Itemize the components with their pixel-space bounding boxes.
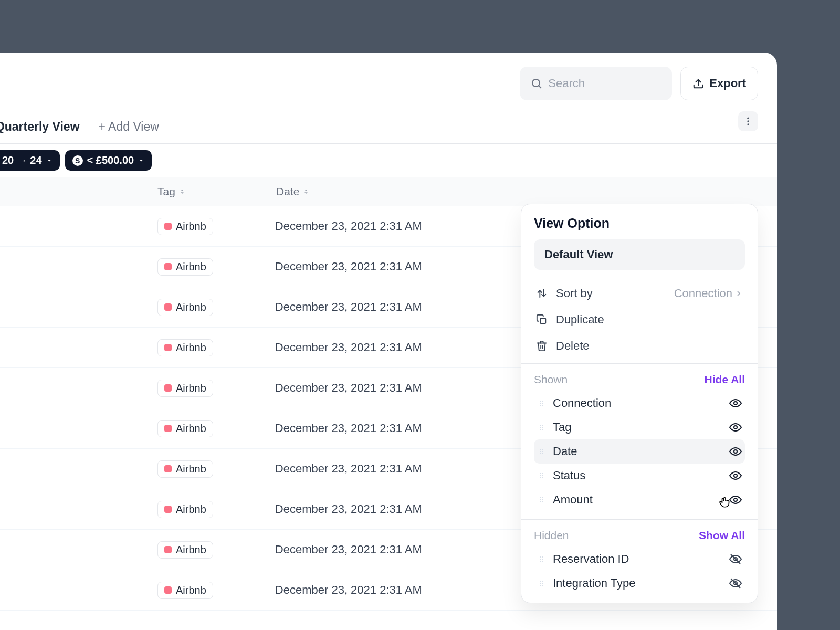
filter-date-pill[interactable]: 20 → 24 — [0, 150, 60, 171]
filter-amount-pill[interactable]: S < £500.00 — [65, 150, 152, 171]
svg-point-11 — [542, 403, 543, 404]
tag-text: Airbnb — [176, 463, 206, 475]
grip-icon[interactable] — [537, 496, 545, 504]
tag-chip[interactable]: Airbnb — [158, 501, 213, 518]
svg-point-47 — [540, 561, 541, 562]
shown-field-row[interactable]: Tag — [534, 415, 745, 439]
eye-icon[interactable] — [729, 421, 742, 434]
field-label: Status — [553, 469, 722, 482]
svg-point-6 — [747, 123, 749, 125]
date-cell: December 23, 2021 2:31 AM — [275, 341, 422, 354]
eye-off-icon[interactable] — [729, 553, 742, 565]
date-cell: December 23, 2021 2:31 AM — [275, 543, 422, 556]
sort-icon — [302, 188, 310, 195]
date-cell: December 23, 2021 2:31 AM — [275, 583, 422, 597]
tag-chip[interactable]: Airbnb — [158, 582, 213, 599]
svg-point-40 — [540, 501, 541, 502]
view-option-panel: View Option Default View Sort by Connect… — [521, 204, 758, 603]
tag-chip[interactable]: Airbnb — [158, 380, 213, 397]
svg-point-44 — [542, 556, 543, 558]
tag-text: Airbnb — [176, 220, 206, 233]
tag-color-dot — [164, 465, 172, 472]
tag-color-dot — [164, 506, 172, 513]
svg-point-41 — [542, 501, 543, 502]
grip-icon[interactable] — [537, 423, 545, 432]
duplicate-label: Duplicate — [556, 313, 743, 327]
tag-color-dot — [164, 223, 172, 230]
shown-field-row[interactable]: Date — [534, 439, 745, 464]
tag-text: Airbnb — [176, 544, 206, 556]
more-icon — [743, 116, 753, 127]
add-view-label: + Add View — [99, 120, 159, 134]
svg-point-36 — [540, 497, 541, 498]
header-date[interactable]: Date — [276, 185, 310, 198]
export-icon — [692, 78, 704, 89]
hide-all-button[interactable]: Hide All — [705, 373, 745, 386]
svg-point-23 — [542, 449, 543, 450]
duplicate-item[interactable]: Duplicate — [534, 307, 745, 333]
app-card: Export ew Yearly View Quarterly View + A… — [0, 52, 777, 630]
date-cell: December 23, 2021 2:31 AM — [275, 381, 422, 395]
eye-icon[interactable] — [729, 445, 742, 458]
tag-chip[interactable]: Airbnb — [158, 339, 213, 356]
grip-icon[interactable] — [537, 447, 545, 456]
table-headers: Tag Date — [0, 177, 777, 206]
tag-chip[interactable]: Airbnb — [158, 460, 213, 478]
grip-icon[interactable] — [537, 555, 545, 563]
sort-icon — [178, 188, 186, 195]
tag-chip[interactable]: Airbnb — [158, 420, 213, 437]
export-button[interactable]: Export — [680, 67, 758, 100]
tag-text: Airbnb — [176, 342, 206, 354]
hidden-field-row[interactable]: Integration Type — [534, 571, 745, 595]
tab-label: Quarterly View — [0, 120, 80, 134]
show-all-button[interactable]: Show All — [699, 529, 745, 542]
shown-label: Shown — [534, 373, 568, 386]
tag-chip[interactable]: Airbnb — [158, 258, 213, 276]
shown-field-row[interactable]: Amount — [534, 488, 745, 512]
svg-point-29 — [540, 473, 541, 474]
search-box[interactable] — [520, 67, 672, 100]
sort-by-item[interactable]: Sort by Connection — [534, 280, 745, 307]
header-date-label: Date — [276, 185, 299, 198]
eye-icon[interactable] — [729, 469, 742, 482]
svg-point-55 — [540, 585, 541, 586]
tab-quarterly[interactable]: Quarterly View — [0, 120, 80, 134]
add-view-button[interactable]: + Add View — [99, 120, 159, 134]
header-tag[interactable]: Tag — [158, 185, 276, 198]
svg-point-39 — [542, 499, 543, 500]
tag-chip[interactable]: Airbnb — [158, 299, 213, 316]
field-label: Date — [553, 445, 722, 458]
grip-icon[interactable] — [537, 579, 545, 587]
search-input[interactable] — [548, 77, 662, 90]
trash-icon — [536, 340, 548, 352]
grip-icon[interactable] — [537, 471, 545, 480]
svg-point-24 — [540, 451, 541, 452]
svg-point-43 — [540, 556, 541, 558]
eye-icon[interactable] — [729, 397, 742, 410]
svg-point-8 — [540, 401, 541, 402]
svg-point-54 — [542, 583, 543, 584]
svg-point-34 — [542, 477, 543, 478]
tag-color-dot — [164, 425, 172, 432]
header-tag-label: Tag — [158, 185, 175, 198]
svg-point-9 — [542, 401, 543, 402]
default-view-card[interactable]: Default View — [534, 239, 745, 270]
svg-point-37 — [542, 497, 543, 498]
shown-field-row[interactable]: Status — [534, 464, 745, 488]
more-button[interactable] — [738, 111, 758, 131]
filter-amount-label: < £500.00 — [87, 154, 134, 166]
tag-chip[interactable]: Airbnb — [158, 541, 213, 559]
eye-off-icon[interactable] — [729, 577, 742, 590]
top-bar: Export — [0, 52, 777, 114]
delete-item[interactable]: Delete — [534, 333, 745, 359]
hidden-field-row[interactable]: Reservation ID — [534, 547, 745, 571]
tag-text: Airbnb — [176, 423, 206, 435]
filters-bar: 20 → 24 S < £500.00 — [0, 144, 777, 177]
field-label: Integration Type — [553, 576, 722, 590]
copy-icon — [536, 314, 548, 326]
tabs-bar: ew Yearly View Quarterly View + Add View — [0, 114, 777, 143]
date-cell: December 23, 2021 2:31 AM — [275, 422, 422, 435]
tag-chip[interactable]: Airbnb — [158, 218, 213, 235]
grip-icon[interactable] — [537, 399, 545, 407]
shown-field-row[interactable]: Connection — [534, 391, 745, 415]
